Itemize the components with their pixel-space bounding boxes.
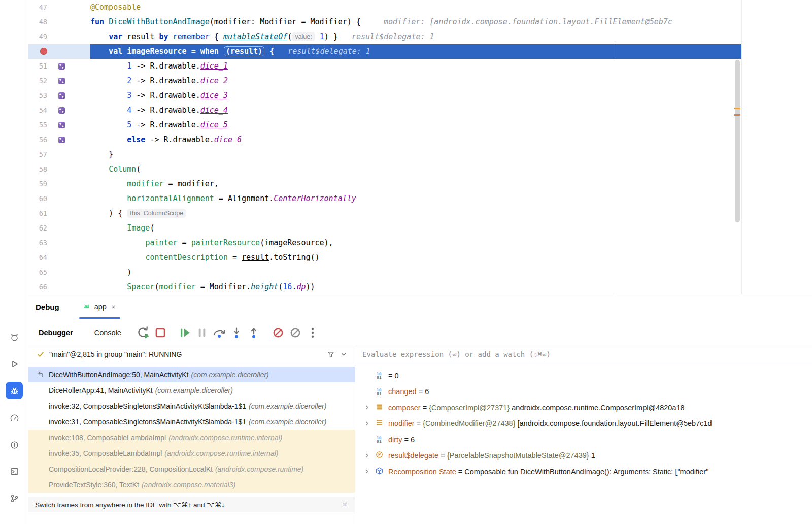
editor-scrollbar-thumb[interactable] xyxy=(735,60,740,222)
line-number[interactable]: 54 xyxy=(28,103,51,118)
frame-row[interactable]: DiceRollerApp:41, MainActivityKt(com.exa… xyxy=(28,382,355,398)
expand-chevron-icon[interactable] xyxy=(363,404,373,411)
line-number[interactable]: 49 xyxy=(28,29,51,44)
logcat-icon[interactable] xyxy=(6,329,23,346)
frame-row[interactable]: invoke:35, ComposableLambdaImpl(androidx… xyxy=(28,445,355,461)
variable-row[interactable]: Presult$delegate = {ParcelableSnapshotMu… xyxy=(355,448,812,464)
drawable-preview-icon[interactable] xyxy=(58,122,65,128)
line-number[interactable]: 61 xyxy=(28,206,51,221)
line-number[interactable]: 64 xyxy=(28,250,51,265)
stop-icon[interactable] xyxy=(153,325,167,340)
expand-chevron-icon[interactable] xyxy=(363,420,373,428)
pause-icon[interactable] xyxy=(195,325,209,340)
close-icon[interactable] xyxy=(342,501,348,508)
line-number[interactable]: 52 xyxy=(28,74,51,88)
code-editor[interactable]: 47@Composable48fun DiceWithButtonAndImag… xyxy=(28,0,742,294)
line-number[interactable]: 65 xyxy=(28,265,51,280)
variable-row[interactable]: 1001= 0 xyxy=(355,368,812,384)
line-number[interactable]: 58 xyxy=(28,162,51,177)
code-line-65[interactable]: 65 ) xyxy=(28,265,741,280)
line-number[interactable]: 47 xyxy=(28,0,51,15)
close-icon[interactable] xyxy=(110,304,117,310)
code-line-53[interactable]: 53 3 -> R.drawable.dice_3 xyxy=(28,88,741,103)
step-into-icon[interactable] xyxy=(229,325,244,340)
line-number[interactable]: 57 xyxy=(28,147,51,162)
code-line-57[interactable]: 57 } xyxy=(28,147,741,162)
chevron-down-icon[interactable] xyxy=(340,350,348,358)
terminal-icon[interactable] xyxy=(6,463,23,480)
filter-icon[interactable] xyxy=(327,350,335,358)
drawable-preview-icon[interactable] xyxy=(58,63,65,70)
code-line-48[interactable]: 48fun DiceWithButtonAndImage(modifier: M… xyxy=(28,15,741,29)
code-line-47[interactable]: 47@Composable xyxy=(28,0,741,15)
error-stripe-mark[interactable] xyxy=(734,108,740,109)
error-stripe-mark[interactable] xyxy=(734,114,740,116)
debug-icon[interactable] xyxy=(6,382,23,399)
resume-icon[interactable] xyxy=(178,325,192,340)
code-line-58[interactable]: 58 Column( xyxy=(28,162,741,177)
rerun-icon[interactable] xyxy=(136,325,150,340)
code-line-56[interactable]: 56 else -> R.drawable.dice_6 xyxy=(28,133,741,147)
expand-chevron-icon[interactable] xyxy=(363,468,373,475)
step-out-icon[interactable] xyxy=(247,325,261,340)
frame-row[interactable]: ProvideTextStyle:360, TextKt(androidx.co… xyxy=(28,477,355,493)
drawable-preview-icon[interactable] xyxy=(58,92,65,99)
thread-header[interactable]: "main"@2,815 in group "main": RUNNING xyxy=(28,346,355,363)
variable-row[interactable]: 1001changed = 6 xyxy=(355,384,812,400)
code-line-50[interactable]: val imageResource = when (result) { resu… xyxy=(28,44,741,59)
drawable-preview-icon[interactable] xyxy=(58,78,65,84)
frame-row[interactable]: invoke:108, ComposableLambdaImpl(android… xyxy=(28,430,355,445)
line-number[interactable]: 55 xyxy=(28,118,51,133)
code-line-62[interactable]: 62 Image( xyxy=(28,221,741,236)
code-line-52[interactable]: 52 2 -> R.drawable.dice_2 xyxy=(28,74,741,88)
line-number[interactable]: 63 xyxy=(28,236,51,250)
frame-row[interactable]: DiceWithButtonAndImage:50, MainActivityK… xyxy=(28,367,355,382)
tab-debugger[interactable]: Debugger xyxy=(39,329,73,337)
code-line-49[interactable]: 49 var result by remember { mutableState… xyxy=(28,29,741,44)
step-over-icon[interactable] xyxy=(212,325,226,340)
code-line-59[interactable]: 59 modifier = modifier, xyxy=(28,177,741,191)
git-icon[interactable] xyxy=(6,489,23,507)
line-number[interactable]: 56 xyxy=(28,133,51,147)
breakpoint-gutter[interactable] xyxy=(28,44,51,59)
code-line-63[interactable]: 63 painter = painterResource(imageResour… xyxy=(28,236,741,250)
line-number[interactable]: 59 xyxy=(28,177,51,191)
frame-location: invoke:31, ComposableSingletons$MainActi… xyxy=(49,418,246,426)
code-line-61[interactable]: 61 ) { this: ColumnScope xyxy=(28,206,741,221)
drawable-preview-icon[interactable] xyxy=(58,137,65,143)
variable-row[interactable]: composer = {ComposerImpl@27371} androidx… xyxy=(355,400,812,416)
run-icon[interactable] xyxy=(6,355,23,372)
variable-row[interactable]: 1001dirty = 6 xyxy=(355,432,812,448)
frame-row[interactable]: invoke:31, ComposableSingletons$MainActi… xyxy=(28,414,355,430)
variable-row[interactable]: modifier = {CombinedModifier@27438} [and… xyxy=(355,416,812,432)
problems-icon[interactable] xyxy=(6,436,23,453)
code-line-51[interactable]: 51 1 -> R.drawable.dice_1 xyxy=(28,59,741,74)
tab-console[interactable]: Console xyxy=(94,329,121,337)
frame-row[interactable]: CompositionLocalProvider:228, Compositio… xyxy=(28,461,355,477)
tab-app[interactable]: app xyxy=(78,294,122,319)
breakpoint-dot[interactable] xyxy=(40,48,47,55)
line-number[interactable]: 62 xyxy=(28,221,51,236)
frame-row[interactable]: invoke:32, ComposableSingletons$MainActi… xyxy=(28,398,355,414)
evaluate-expression-input[interactable]: Evaluate expression (⏎) or add a watch (… xyxy=(355,346,812,363)
drawable-preview-icon[interactable] xyxy=(58,107,65,114)
gutter-icons xyxy=(51,147,90,162)
line-number[interactable]: 51 xyxy=(28,59,51,74)
mute-breakpoints-icon[interactable] xyxy=(288,325,302,340)
code-line-55[interactable]: 55 5 -> R.drawable.dice_5 xyxy=(28,118,741,133)
more-icon[interactable] xyxy=(306,325,320,340)
code-line-66[interactable]: 66 Spacer(modifier = Modifier.height(16.… xyxy=(28,280,741,294)
code-line-64[interactable]: 64 contentDescription = result.toString(… xyxy=(28,250,741,265)
primitive-icon: 1001 xyxy=(375,436,384,443)
code-line-54[interactable]: 54 4 -> R.drawable.dice_4 xyxy=(28,103,741,118)
expand-chevron-icon[interactable] xyxy=(363,452,373,460)
code-line-60[interactable]: 60 horizontalAlignment = Alignment.Cente… xyxy=(28,191,741,206)
line-number[interactable]: 60 xyxy=(28,191,51,206)
view-breakpoints-icon[interactable] xyxy=(271,325,285,340)
equals-sign: = xyxy=(417,387,425,396)
line-number[interactable]: 53 xyxy=(28,88,51,103)
line-number[interactable]: 48 xyxy=(28,15,51,29)
variable-row[interactable]: Recomposition State = Composable fun Dic… xyxy=(355,464,812,480)
line-number[interactable]: 66 xyxy=(28,280,51,294)
profiler-icon[interactable] xyxy=(6,409,23,427)
